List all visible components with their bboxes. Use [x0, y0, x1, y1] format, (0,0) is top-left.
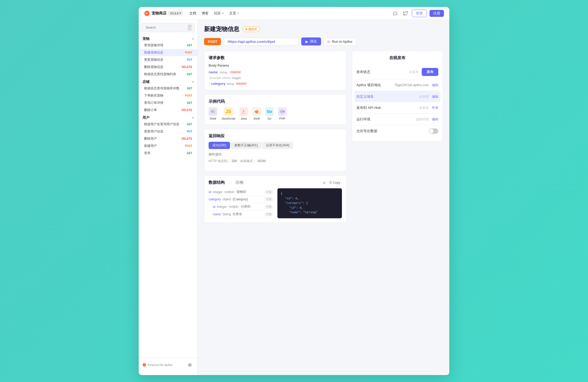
example-code-title: 示例代码	[209, 99, 342, 104]
sidebar-item-delete-order[interactable]: 删除订单 DELETE	[139, 106, 197, 114]
settings-icon[interactable]: ⚙	[186, 361, 194, 369]
data-structure-card: 数据结构 示例 ⊕ ⎘ Copy	[204, 175, 346, 223]
publish-row-domain: 自定义域名 未使用 编辑	[354, 91, 440, 102]
publish-panel: 在线发布 发布状态 未发布 发布 Apifox 项目地址	[352, 51, 443, 142]
code-lang-php[interactable]: PHP PHP	[278, 107, 287, 120]
example-code-card: 示例代码 S	[204, 94, 346, 125]
sidebar-item-order[interactable]: 下单购买宠物 POST	[139, 92, 197, 99]
publish-button[interactable]: 发布	[422, 68, 438, 76]
nav-home[interactable]: 主页 ↗	[229, 11, 239, 16]
sidebar-item-delete-pet[interactable]: 删除宠物信息 DELETE	[139, 63, 197, 71]
code-lang-go[interactable]: Go Go	[265, 107, 274, 120]
edit-domain-button[interactable]: 编辑	[432, 94, 438, 99]
search-bar[interactable]: ⌘ K	[141, 23, 195, 32]
nav-right: 登录 注册	[391, 10, 444, 17]
play-icon: ▶	[306, 40, 308, 44]
sidebar-item-find-pet[interactable]: 根据状态查找宠物列表 GET	[139, 71, 197, 78]
data-row-cat-id: id integer <int64> 分类ID 可选	[209, 203, 273, 211]
data-row-id: id integer <int64> 宠物ID 可选	[209, 188, 273, 196]
endpoint-url: Https://api.apifox.com/v4/pet	[224, 38, 299, 45]
code-lang-swift[interactable]: Swift	[252, 107, 261, 120]
page-header: 新建宠物信息 测试中	[204, 25, 443, 33]
tab-200[interactable]: 成功(200)	[209, 142, 230, 149]
two-col-layout: 请求参数 Body Params name string required Ex…	[204, 51, 443, 227]
test-button[interactable]: ▶ 调试	[301, 37, 321, 45]
code-lang-java[interactable]: Java	[239, 107, 248, 120]
sidebar-item-inventory[interactable]: 根据状态查询宠物库存数 GET	[139, 85, 197, 92]
powered-by: Powered By Apifox	[142, 363, 172, 367]
code-lang-shell[interactable]: Shell	[209, 107, 217, 120]
chevron-down-icon-store: ▾	[192, 81, 194, 83]
edit-address-button[interactable]: 编辑	[432, 83, 438, 87]
java-icon	[239, 107, 248, 116]
expand-icon[interactable]: ⊕	[323, 181, 326, 185]
shell-icon	[209, 107, 217, 116]
sidebar-section-store[interactable]: 店铺 ▾	[139, 78, 197, 85]
nav-blog[interactable]: 博客	[202, 11, 209, 16]
register-button[interactable]: 注册	[429, 10, 444, 17]
sidebar-item-login[interactable]: 登录 GET	[139, 150, 197, 157]
sidebar-item-put-pet[interactable]: 更新宠物信息 PUT	[139, 56, 197, 63]
run-button[interactable]: ▷ Run in Apifox	[324, 38, 356, 45]
nav-community[interactable]: 社区 ↗	[214, 11, 224, 16]
sidebar-item-get-pet[interactable]: 查询宠物详情 GET	[139, 42, 197, 49]
search-input[interactable]	[146, 26, 186, 29]
chevron-down-icon-users: ▾	[192, 116, 194, 119]
apply-hub-button[interactable]: 申请	[432, 106, 438, 110]
code-lang-list: Shell JS JavaScript	[209, 107, 342, 120]
run-icon: ▷	[328, 40, 330, 44]
go-icon: Go	[265, 107, 274, 116]
publish-row-env: 运行环境 选择环境 编辑	[356, 114, 438, 125]
login-button[interactable]: 登录	[412, 10, 427, 17]
content-format-label: 内容格式： JSON	[240, 159, 266, 163]
sidebar-item-delete-user[interactable]: 删除用户 DELETE	[139, 135, 197, 142]
sidebar-section-pets[interactable]: 宠物 ▾	[139, 35, 197, 42]
code-lang-javascript[interactable]: JS JavaScript	[221, 107, 235, 120]
chevron-right-icon: ›	[209, 82, 210, 85]
sidebar-item-update-user[interactable]: 更新用户信息 PUT	[139, 128, 197, 135]
body-params-label: Body Params	[209, 64, 342, 67]
endpoint-bar: POST Https://api.apifox.com/v4/pet ▶ 调试 …	[204, 37, 443, 45]
nav-links: 文档 博客 社区 ↗ 主页 ↗	[189, 11, 385, 16]
external-icon: ↗	[222, 12, 224, 15]
copy-button[interactable]: ⎘ Copy	[328, 180, 342, 185]
data-fields: id integer <int64> 宠物ID 可选 cat	[209, 188, 273, 218]
publish-row-status: 发布状态 未发布 发布	[356, 65, 438, 79]
main-layout: ⌘ K 宠物 ▾ 查询宠物详情 GET 新建宠物信息 POST	[139, 20, 449, 375]
sidebar-item-get-user[interactable]: 根据用户名查询用户信息 GET	[139, 121, 197, 128]
status-badge: 测试中	[243, 26, 260, 32]
request-params-card: 请求参数 Body Params name string required Ex…	[204, 51, 346, 90]
publish-title: 在线发布	[356, 55, 438, 60]
apifox-logo-icon	[142, 363, 146, 367]
copy-icon: ⎘	[330, 181, 332, 185]
status-dot	[246, 28, 247, 30]
tab-401[interactable]: 参数不正确(401)	[231, 142, 262, 149]
nav-docs[interactable]: 文档	[189, 11, 196, 16]
svg-rect-4	[211, 110, 215, 113]
svg-text:PHP: PHP	[281, 111, 285, 113]
version-chevron: ▾	[179, 12, 181, 15]
sidebar-item-order-detail[interactable]: 查询订单详情 GET	[139, 99, 197, 106]
edit-env-button[interactable]: 编辑	[432, 117, 438, 122]
sidebar-footer: Powered By Apifox ⚙	[139, 358, 197, 372]
version-badge[interactable]: V3.3.0 ▾	[168, 11, 183, 16]
json-example: { "id": 0, "category": { "id": 0, "name"…	[277, 188, 342, 218]
sidebar: ⌘ K 宠物 ▾ 查询宠物详情 GET 新建宠物信息 POST	[139, 20, 198, 375]
request-params-title: 请求参数	[209, 55, 342, 60]
sidebar-section-users[interactable]: 用户 ▾	[139, 114, 197, 121]
version-text: V3.3.0	[170, 12, 179, 15]
resp-status-text: 操作成功	[209, 152, 342, 157]
sidebar-item-post-pet[interactable]: 新建宠物信息 POST	[139, 49, 197, 56]
tab-404[interactable]: 记录不存在(404)	[262, 142, 293, 149]
top-nav: 宠物商店 V3.3.0 ▾ 文档 博客 社区 ↗ 主页 ↗	[139, 7, 449, 20]
search-shortcut: ⌘ K	[187, 24, 192, 31]
export-toggle[interactable]	[429, 128, 438, 134]
svg-point-3	[143, 363, 146, 367]
wechat-icon[interactable]	[391, 10, 399, 17]
param-row-name: name string required Example values: dog…	[209, 70, 342, 79]
bird-icon[interactable]	[402, 10, 409, 17]
http-status-label: HTTP 状态码： 200	[209, 159, 237, 163]
right-column: 在线发布 发布状态 未发布 发布 Apifox 项目地址	[352, 51, 443, 227]
search-icon	[144, 26, 144, 29]
sidebar-item-new-user[interactable]: 新建用户 POST	[139, 142, 197, 150]
